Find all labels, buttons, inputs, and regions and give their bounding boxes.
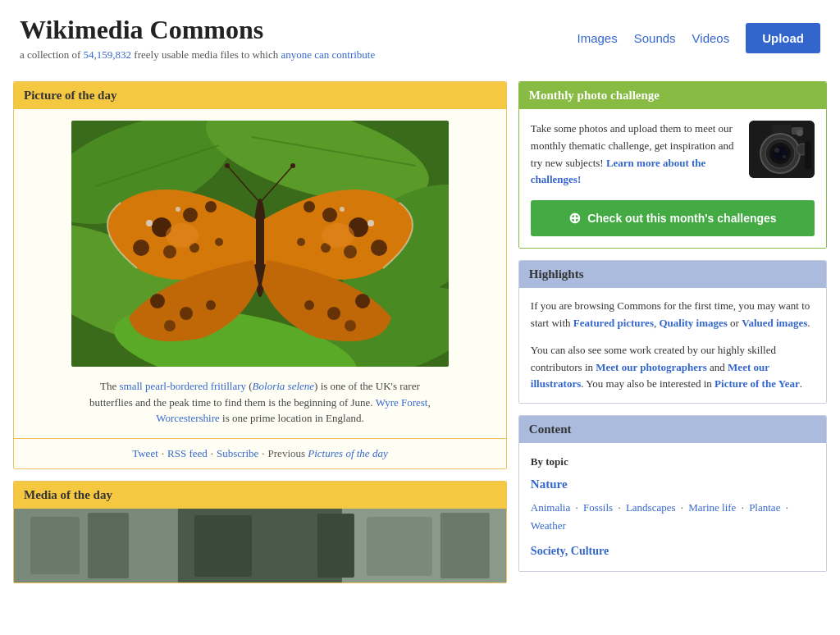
svg-point-33 (180, 307, 193, 320)
svg-point-32 (150, 294, 165, 308)
svg-point-63 (783, 155, 786, 158)
previous-label: Previous (268, 447, 306, 459)
challenge-btn-row: ⊕ Check out this month's challenges (519, 200, 826, 248)
challenge-box: Monthly photo challenge Take some photos… (518, 81, 827, 249)
landscapes-link[interactable]: Landscapes (626, 501, 676, 514)
subtitle-prefix: a collection of (20, 48, 84, 61)
svg-rect-51 (317, 514, 354, 578)
weather-link[interactable]: Weather (531, 519, 566, 532)
subscribe-link[interactable]: Subscribe (217, 447, 258, 459)
featured-pictures-link[interactable]: Featured pictures (573, 317, 654, 329)
svg-rect-55 (772, 125, 792, 133)
potd-caption: The small pearl-bordered fritillary (Bol… (88, 378, 432, 427)
upload-button[interactable]: Upload (746, 23, 820, 53)
svg-rect-65 (805, 141, 811, 170)
highlights-header: Highlights (519, 261, 826, 288)
svg-point-29 (297, 238, 305, 246)
nav-videos[interactable]: Videos (692, 31, 730, 45)
svg-rect-50 (260, 519, 305, 574)
left-column: Picture of the day (13, 81, 507, 583)
subtitle-mid2: media files to which (189, 48, 281, 61)
motd-body (14, 509, 506, 582)
camera-icon (749, 121, 815, 178)
svg-point-24 (322, 208, 337, 222)
sub-links: Animalia · Fossils · Landscapes · Marine… (531, 499, 815, 535)
svg-point-39 (345, 320, 356, 331)
site-title: Wikimedia Commons (20, 15, 375, 45)
picture-year-link[interactable]: Picture of the Year (714, 377, 800, 390)
nav-images[interactable]: Images (577, 31, 617, 45)
svg-rect-48 (137, 521, 170, 574)
worcestershire-link[interactable]: Worcestershire (156, 412, 220, 424)
highlights-p2-suffix: . (800, 377, 802, 390)
svg-point-13 (290, 163, 295, 168)
species-link[interactable]: small pearl-bordered fritillary (120, 380, 247, 392)
caption-sep: , (427, 396, 430, 409)
photographers-link[interactable]: Meet our photographers (596, 361, 707, 373)
svg-point-22 (176, 207, 180, 212)
challenge-button[interactable]: ⊕ Check out this month's challenges (531, 200, 815, 236)
nature-link[interactable]: Nature (531, 477, 568, 491)
highlights-and: and (707, 361, 728, 373)
valued-images-link[interactable]: Valued images (742, 317, 807, 329)
svg-point-21 (146, 220, 153, 226)
file-count-link[interactable]: 54,159,832 (84, 48, 132, 61)
site-subtitle: a collection of 54,159,832 freely usable… (20, 48, 375, 62)
svg-point-27 (344, 245, 357, 258)
motd-box: Media of the day (13, 481, 507, 583)
marine-life-link[interactable]: Marine life (688, 501, 736, 514)
potd-box: Picture of the day (13, 81, 507, 469)
svg-rect-53 (441, 513, 490, 578)
society-culture-link[interactable]: Society, Culture (531, 545, 609, 557)
content-box: Content By topic Nature Animalia · Fossi… (518, 415, 827, 572)
svg-rect-46 (30, 517, 80, 574)
potd-image[interactable] (71, 121, 449, 367)
svg-point-40 (166, 223, 199, 248)
svg-point-12 (225, 163, 230, 168)
highlights-box: Highlights If you are browsing Commons f… (518, 260, 827, 404)
svg-point-57 (797, 130, 803, 136)
animalia-link[interactable]: Animalia (531, 501, 570, 514)
potd-header: Picture of the day (14, 82, 506, 109)
highlights-p1-suffix: . (807, 317, 810, 329)
challenge-btn-label: Check out this month's challenges (587, 212, 776, 225)
svg-point-61 (773, 146, 788, 161)
content-body: By topic Nature Animalia · Fossils · Lan… (519, 443, 826, 571)
pictures-link[interactable]: Pictures of the day (308, 447, 387, 459)
svg-point-41 (322, 223, 354, 248)
motd-image[interactable] (14, 509, 506, 582)
motd-header: Media of the day (14, 482, 506, 509)
right-column: Monthly photo challenge Take some photos… (518, 81, 827, 583)
wyre-forest-link[interactable]: Wyre Forest (376, 396, 428, 409)
nav-sounds[interactable]: Sounds (634, 31, 676, 45)
svg-point-35 (164, 320, 176, 331)
svg-point-17 (133, 240, 149, 256)
highlights-or: or (728, 317, 742, 329)
fossils-link[interactable]: Fossils (583, 501, 613, 514)
species-latin-link[interactable]: Boloria selene (253, 380, 314, 392)
challenge-body: Take some photos and upload them to meet… (519, 109, 826, 200)
caption-suffix: is one prime location in England. (220, 412, 364, 424)
svg-point-36 (355, 294, 370, 308)
highlights-para1: If you are browsing Commons for the firs… (531, 298, 815, 332)
site-info: Wikimedia Commons a collection of 54,159… (20, 15, 375, 62)
svg-point-26 (371, 240, 387, 256)
tweet-link[interactable]: Tweet (132, 447, 158, 459)
svg-rect-52 (367, 517, 432, 576)
svg-point-62 (774, 148, 779, 153)
svg-point-38 (304, 300, 314, 310)
svg-rect-47 (88, 513, 129, 578)
quality-images-link[interactable]: Quality images (659, 317, 727, 329)
plus-icon: ⊕ (568, 209, 581, 227)
content-header: Content (519, 416, 826, 443)
svg-point-34 (206, 300, 216, 310)
plantae-link[interactable]: Plantae (749, 501, 780, 514)
challenge-text: Take some photos and upload them to meet… (531, 121, 739, 189)
header-nav: Images Sounds Videos Upload (577, 23, 820, 53)
svg-point-16 (205, 201, 217, 212)
potd-footer: Tweet·RSS feed·Subscribe·Previous Pictur… (14, 438, 506, 468)
society-link-row: Society, Culture (531, 541, 815, 561)
subtitle-mid1: freely usable (131, 48, 189, 61)
rss-link[interactable]: RSS feed (167, 447, 208, 459)
contribute-link[interactable]: anyone can contribute (281, 48, 375, 61)
